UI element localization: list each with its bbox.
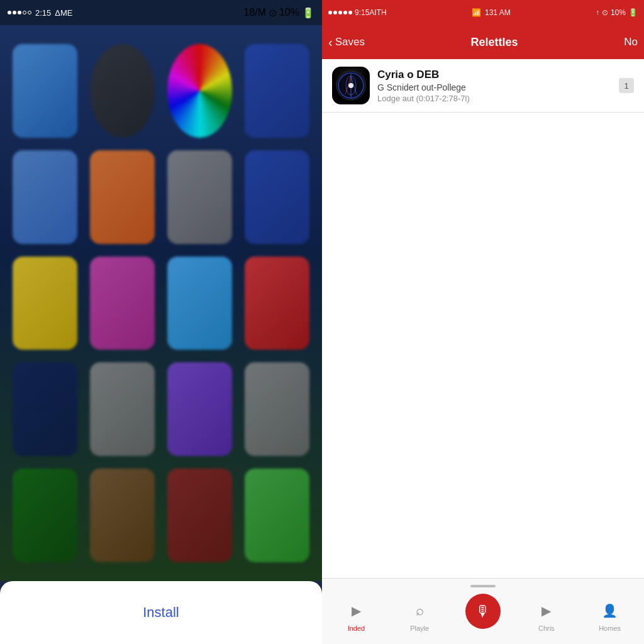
wifi-icon: 📶 — [472, 8, 481, 17]
right-arrow-icon: ↑ — [596, 8, 599, 17]
app-icon-3[interactable] — [167, 44, 232, 138]
signal-dot-5 — [28, 11, 31, 14]
right-signal-dots — [328, 11, 352, 14]
left-battery-icon: 🔋 — [302, 7, 314, 19]
app-icon-10[interactable] — [90, 257, 155, 350]
tab-homes-icon: 👤 — [602, 603, 618, 618]
tab-indexed-icon: ▶ — [352, 603, 361, 618]
left-network: 18/M — [243, 7, 266, 18]
tab-chris-icon: ▶ — [541, 603, 551, 618]
tab-chris[interactable]: ▶ Chris — [514, 599, 578, 632]
left-battery: 10% — [279, 7, 299, 18]
package-icon-inner — [333, 67, 369, 104]
tab-indexed-icon-wrap: ▶ — [345, 599, 367, 622]
app-icon-12[interactable] — [245, 257, 309, 350]
tab-center-icon: 🎙 — [475, 602, 491, 620]
left-carrier: ΔME — [55, 8, 72, 18]
app-icon-5[interactable] — [13, 150, 77, 244]
app-icon-2[interactable] — [90, 44, 155, 138]
svg-point-5 — [348, 83, 353, 88]
install-bar: Install — [0, 581, 322, 644]
app-icon-17[interactable] — [13, 469, 77, 562]
back-label: Saves — [335, 36, 365, 48]
app-icon-20[interactable] — [245, 469, 309, 562]
package-badge: 1 — [619, 78, 634, 93]
app-icon-11[interactable] — [167, 257, 232, 350]
app-icon-13[interactable] — [13, 362, 77, 456]
app-icon-4[interactable] — [245, 44, 309, 138]
left-phone: 2:15 ΔME 18/M ⊙ 10% 🔋 Install — [0, 0, 322, 644]
tab-chris-icon-wrap: ▶ — [535, 599, 558, 622]
r-dot-1 — [328, 11, 332, 14]
tab-bar-handle-wrap — [322, 578, 644, 587]
right-time: 9:15ΑΙΤΗ — [355, 8, 387, 17]
right-extra-time: 131 AM — [485, 8, 511, 17]
tab-center-icon-wrap: 🎙 — [465, 594, 501, 629]
right-status-center: 📶 131 AM — [472, 8, 511, 17]
tab-player-label: Playle — [410, 625, 429, 632]
r-dot-5 — [348, 11, 352, 14]
tab-bar: ▶ Inded ⌕ Playle 🎙 ▶ Chris 👤 Hom — [322, 587, 644, 644]
tab-homes-icon-wrap: 👤 — [599, 599, 621, 622]
app-icon-6[interactable] — [90, 150, 155, 244]
tab-homes[interactable]: 👤 Homes — [578, 599, 641, 632]
app-icon-8[interactable] — [245, 150, 309, 244]
right-phone: 9:15ΑΙΤΗ 📶 131 AM ↑ ⊙ 10% 🔋 ‹ Saves Rele… — [322, 0, 644, 644]
signal-dot-4 — [23, 11, 26, 14]
package-author: G Scnidert out-Pollege — [377, 82, 611, 92]
package-icon — [332, 67, 370, 104]
package-list-item[interactable]: Cyria o DEB G Scnidert out-Pollege Lodge… — [322, 59, 644, 113]
tab-player[interactable]: ⌕ Playle — [388, 599, 452, 632]
signal-dot-2 — [13, 11, 16, 14]
left-location-icon: ⊙ — [269, 7, 277, 19]
install-button[interactable]: Install — [143, 604, 179, 621]
home-screen — [0, 25, 322, 581]
signal-dot-1 — [8, 11, 11, 14]
tab-homes-label: Homes — [599, 625, 621, 632]
right-location-icon: ⊙ — [602, 8, 608, 17]
package-version: Lodge aut (0:017-2:78-7l) — [377, 94, 611, 103]
navigation-bar: ‹ Saves Relettles No — [322, 25, 644, 59]
right-status-right: ↑ ⊙ 10% 🔋 — [596, 8, 638, 17]
tab-indexed[interactable]: ▶ Inded — [325, 599, 388, 632]
cydia-icon-svg — [336, 70, 366, 101]
nav-title: Relettles — [365, 36, 624, 49]
app-icon-18[interactable] — [90, 469, 155, 562]
tab-player-icon: ⌕ — [416, 602, 424, 619]
left-status-left: 2:15 ΔME — [8, 8, 73, 18]
app-icon-9[interactable] — [13, 257, 77, 350]
right-signal: 9:15ΑΙΤΗ — [328, 8, 387, 17]
right-battery-icon: 🔋 — [628, 8, 638, 17]
left-status-bar: 2:15 ΔME 18/M ⊙ 10% 🔋 — [0, 0, 322, 25]
signal-indicator — [8, 11, 31, 14]
tab-player-icon-wrap: ⌕ — [408, 599, 431, 622]
left-time: 2:15 — [35, 8, 51, 18]
left-status-right: 18/M ⊙ 10% 🔋 — [243, 7, 314, 19]
content-area: Cyria o DEB G Scnidert out-Pollege Lodge… — [322, 59, 644, 578]
right-battery: 10% — [611, 8, 626, 17]
app-icon-7[interactable] — [167, 150, 232, 244]
tab-chris-label: Chris — [538, 625, 555, 632]
tab-center[interactable]: 🎙 — [452, 600, 515, 631]
tab-indexed-label: Inded — [348, 625, 365, 632]
nav-right-label[interactable]: No — [624, 36, 638, 48]
package-info: Cyria o DEB G Scnidert out-Pollege Lodge… — [377, 69, 611, 103]
r-dot-4 — [343, 11, 347, 14]
app-icon-16[interactable] — [245, 362, 309, 456]
back-button[interactable]: ‹ Saves — [328, 35, 365, 50]
back-chevron-icon: ‹ — [328, 35, 333, 50]
r-dot-2 — [333, 11, 337, 14]
app-icon-19[interactable] — [167, 469, 232, 562]
signal-dot-3 — [18, 11, 21, 14]
package-name: Cyria o DEB — [377, 69, 611, 81]
right-status-bar: 9:15ΑΙΤΗ 📶 131 AM ↑ ⊙ 10% 🔋 — [322, 0, 644, 25]
app-icon-15[interactable] — [167, 362, 232, 456]
app-icon-1[interactable] — [13, 44, 77, 138]
app-icon-14[interactable] — [90, 362, 155, 456]
r-dot-3 — [338, 11, 342, 14]
